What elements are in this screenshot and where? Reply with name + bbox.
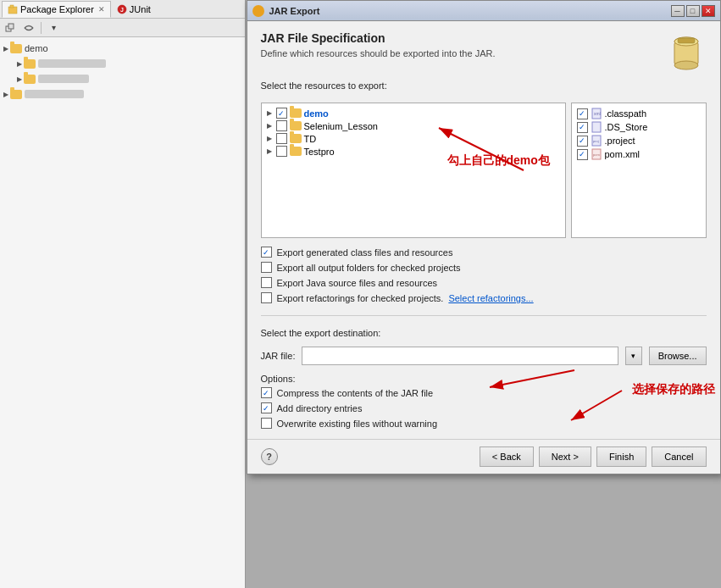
tab-package-explorer-close[interactable]: ✕ [98, 5, 105, 14]
tab-junit-label: JUnit [130, 4, 151, 14]
view-menu-button[interactable]: ▾ [46, 20, 61, 36]
resource-item-selenium[interactable]: ▶ Selenium_Lesson [265, 119, 562, 132]
tab-package-explorer[interactable]: Package Explorer ✕ [2, 1, 111, 18]
resource-item-project[interactable]: proj .project [575, 134, 702, 147]
project-icon [10, 42, 22, 54]
tree-item-demo-label: demo [25, 43, 48, 53]
res-toggle-demo: ▶ [267, 109, 274, 117]
toggle-arrow-sel: ▶ [17, 60, 24, 68]
checkbox-td[interactable] [276, 133, 287, 144]
checkbox-pom[interactable] [577, 149, 588, 160]
tree-item-sel[interactable]: ▶ [0, 56, 245, 71]
cb-overwrite[interactable] [261, 418, 272, 429]
export-option-2[interactable]: Export all output folders for checked pr… [261, 262, 707, 273]
dialog-titlebar: JAR Export ─ □ ✕ [247, 1, 720, 21]
dialog-title-icon [252, 5, 264, 17]
resources-left[interactable]: ▶ demo ▶ Selenium_Lesson ▶ [261, 103, 566, 238]
blurred2-icon [24, 73, 36, 85]
help-button[interactable]: ? [261, 448, 278, 465]
tree-item-blurred2[interactable]: ▶ [0, 71, 245, 86]
res-label-td: TD [304, 134, 317, 144]
tree-item-blurred3[interactable]: ▶ [0, 86, 245, 102]
separator-1 [261, 315, 707, 316]
close-button[interactable]: ✕ [702, 5, 715, 17]
res-label-project: .project [605, 136, 635, 146]
res-label-ds-store: .DS_Store [605, 122, 648, 132]
cb-generated-class[interactable] [261, 247, 272, 258]
resources-wrapper: ▶ demo ▶ Selenium_Lesson ▶ [261, 103, 707, 238]
cancel-button[interactable]: Cancel [652, 447, 706, 467]
maximize-button[interactable]: □ [686, 5, 700, 17]
checkbox-demo[interactable] [276, 108, 287, 119]
dialog-footer: ? < Back Next > Finish Cancel [247, 439, 720, 474]
resource-item-pom[interactable]: pom pom.xml [575, 147, 702, 161]
toggle-arrow-blurred3: ▶ [3, 91, 10, 98]
package-icon [8, 4, 18, 14]
res-toggle-selenium: ▶ [267, 122, 274, 130]
directory-row[interactable]: Add directory entries [261, 402, 707, 413]
svg-rect-5 [8, 24, 14, 29]
checkbox-classpath[interactable] [577, 108, 588, 119]
tree-item-demo[interactable]: ▶ demo [0, 41, 245, 56]
res-folder-td [290, 134, 302, 143]
jar-file-row: JAR file: ▾ Browse... [261, 347, 707, 365]
dialog-header-text: JAR File Specification Define which reso… [261, 31, 657, 58]
jar-file-input[interactable] [302, 347, 618, 365]
checkbox-project[interactable] [577, 136, 588, 147]
resource-item-classpath[interactable]: xml .classpath [575, 107, 702, 120]
dialog-main-title: JAR File Specification [261, 31, 657, 45]
resources-right[interactable]: xml .classpath .DS_Store proj .project [571, 103, 707, 238]
cb-java-source[interactable] [261, 277, 272, 288]
resource-item-ds-store[interactable]: .DS_Store [575, 120, 702, 134]
package-explorer-panel: Package Explorer ✕ J JUnit ▾ ▶ demo [0, 0, 246, 588]
compress-label: Compress the contents of the JAR file [277, 388, 434, 398]
svg-text:proj: proj [593, 139, 599, 143]
tab-bar: Package Explorer ✕ J JUnit [0, 0, 245, 19]
back-button[interactable]: < Back [480, 447, 534, 467]
collapse-all-button[interactable] [3, 20, 19, 36]
jar-file-label: JAR file: [261, 351, 296, 361]
checkbox-testpro[interactable] [276, 146, 287, 157]
minimize-button[interactable]: ─ [671, 5, 685, 17]
svg-rect-15 [592, 122, 601, 132]
resource-item-testpro[interactable]: ▶ Testpro [265, 145, 562, 158]
export-option-4[interactable]: Export refactorings for checked projects… [261, 292, 707, 303]
export-option-3[interactable]: Export Java source files and resources [261, 277, 707, 288]
dialog-body: JAR File Specification Define which reso… [247, 21, 720, 439]
pom-icon: pom [591, 148, 602, 160]
cb-refactorings[interactable] [261, 292, 272, 303]
res-label-classpath: .classpath [605, 108, 647, 119]
svg-rect-1 [10, 5, 14, 8]
svg-text:pom: pom [593, 153, 600, 157]
resource-item-demo[interactable]: ▶ demo [265, 107, 562, 119]
compress-row[interactable]: Compress the contents of the JAR file [261, 387, 707, 398]
blurred-label-2 [38, 75, 89, 83]
res-folder-testpro [290, 147, 302, 156]
compress-options: Compress the contents of the JAR file Ad… [261, 387, 707, 429]
res-label-testpro: Testpro [304, 147, 335, 157]
link-with-editor-button[interactable] [21, 20, 36, 36]
cb-compress[interactable] [261, 387, 272, 398]
checkbox-ds-store[interactable] [577, 122, 588, 133]
finish-button[interactable]: Finish [596, 447, 646, 467]
resources-section: ▶ demo ▶ Selenium_Lesson ▶ [261, 103, 707, 238]
export-option-2-label: Export all output folders for checked pr… [277, 263, 461, 273]
select-refactorings-link[interactable]: Select refactorings... [448, 293, 533, 303]
cb-output-folders[interactable] [261, 262, 272, 273]
checkbox-selenium[interactable] [276, 120, 287, 131]
next-button[interactable]: Next > [539, 447, 591, 467]
export-options-section: Export generated class files and resourc… [261, 247, 707, 303]
jar-icon [666, 31, 707, 72]
dialog-subtitle: Define which resources should be exporte… [261, 48, 657, 58]
footer-left: ? [261, 448, 278, 465]
resource-item-td[interactable]: ▶ TD [265, 132, 562, 145]
tab-junit[interactable]: J JUnit [111, 1, 157, 18]
overwrite-row[interactable]: Overwrite existing files without warning [261, 418, 707, 429]
res-label-selenium: Selenium_Lesson [304, 121, 378, 131]
cb-directory[interactable] [261, 402, 272, 413]
browse-button[interactable]: Browse... [649, 347, 707, 365]
resources-label: Select the resources to export: [261, 80, 707, 91]
export-option-3-label: Export Java source files and resources [277, 278, 438, 288]
export-option-1[interactable]: Export generated class files and resourc… [261, 247, 707, 258]
jar-file-dropdown[interactable]: ▾ [625, 347, 642, 365]
